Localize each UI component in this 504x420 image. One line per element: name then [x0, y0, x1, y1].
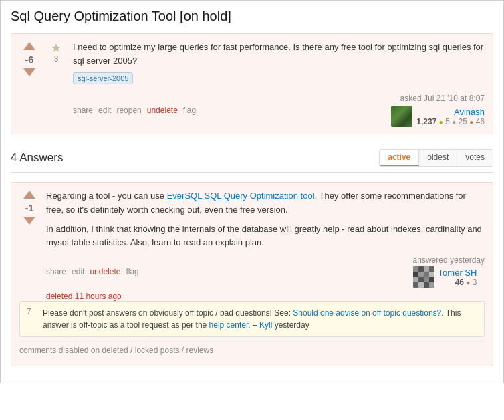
question-user-details: Avinash 1,237 ● 5 ● 25 ● 46 — [416, 107, 485, 126]
answer-upvote-button-0[interactable] — [23, 191, 35, 199]
question-upvote-button[interactable] — [23, 42, 35, 50]
answer-inner-0: -1 Regarding a tool - you can use EverSQ… — [19, 189, 485, 301]
answers-count-label: 4 Answers — [11, 151, 63, 165]
note-link1-0[interactable]: Should one advise on off topic questions… — [293, 308, 441, 318]
question-star-col: ★ 3 — [46, 41, 66, 127]
question-silver-count: 25 — [459, 117, 467, 126]
answer-flag-link-0[interactable]: flag — [126, 267, 138, 276]
question-silver-dot: ● — [452, 118, 456, 126]
question-share-link[interactable]: share — [73, 106, 93, 115]
note-text-after-0: . – — [248, 320, 259, 330]
question-user-rep: 1,237 — [416, 117, 436, 126]
page-title: Sql Query Optimization Tool [on hold] — [11, 9, 493, 24]
question-tag[interactable]: sql-server-2005 — [73, 72, 133, 84]
answer-user-avatar-0 — [413, 266, 434, 288]
answer-avatar-image-0 — [413, 266, 434, 288]
note-number-0: 7 — [27, 307, 36, 331]
question-bronze-dot: ● — [469, 118, 473, 126]
answer-para-2: In addition, I think that knowing the in… — [46, 223, 485, 251]
note-text-0: Please don't post answers on obviously o… — [43, 307, 477, 331]
question-block: -6 ★ 3 I need to optimize my large queri… — [11, 33, 493, 134]
answer-actions-0: share edit undelete flag answered yester… — [46, 255, 485, 288]
answers-header: 4 Answers active oldest votes — [11, 144, 493, 173]
question-user-badges: 1,237 ● 5 ● 25 ● 46 — [416, 117, 485, 126]
question-username[interactable]: Avinash — [416, 107, 485, 117]
answer-user-card-0: Tomer SH 46 ● 3 — [413, 266, 485, 288]
answer-user-details-0: Tomer SH 46 ● 3 — [438, 268, 477, 287]
answer-edit-link-0[interactable]: edit — [72, 267, 84, 276]
answer-undelete-link-0[interactable]: undelete — [90, 267, 120, 276]
question-content: I need to optimize my large queries for … — [73, 41, 485, 127]
answer-note-block-0: 7 Please don't post answers on obviously… — [19, 301, 485, 337]
question-text: I need to optimize my large queries for … — [73, 41, 485, 67]
question-gold-dot: ● — [439, 118, 443, 126]
question-user-card: Avinash 1,237 ● 5 ● 25 ● 46 — [391, 106, 485, 127]
answer-vote-col-0: -1 — [19, 189, 39, 301]
question-edit-link[interactable]: edit — [98, 106, 111, 115]
question-avatar-image — [391, 106, 412, 127]
question-bronze-count: 46 — [476, 117, 485, 126]
question-favorite-icon[interactable]: ★ — [51, 42, 61, 54]
answer-text-0: Regarding a tool - you can use EverSQL S… — [46, 189, 485, 250]
question-favorite-count: 3 — [54, 54, 59, 64]
answer-username-0[interactable]: Tomer SH — [438, 268, 477, 278]
answer-vote-count-0: -1 — [25, 201, 33, 215]
comments-disabled: comments disabled on deleted / locked po… — [19, 341, 485, 359]
question-vote-count: -6 — [25, 52, 33, 66]
page-wrapper: Sql Query Optimization Tool [on hold] -6… — [0, 0, 504, 383]
question-flag-link[interactable]: flag — [183, 106, 196, 115]
tab-oldest[interactable]: oldest — [419, 150, 457, 166]
note-link2-0[interactable]: help center — [209, 320, 249, 330]
question-vote-col: -6 — [19, 41, 39, 127]
answer-block-0: -1 Regarding a tool - you can use EverSQ… — [11, 182, 493, 366]
answer-user-info-0: answered yesterday — [413, 255, 485, 288]
answer-deleted-notice-0: deleted 11 hours ago — [46, 292, 485, 301]
answer-downvote-button-0[interactable] — [23, 217, 35, 225]
question-gold-count: 5 — [445, 117, 450, 126]
sort-tabs: active oldest votes — [379, 149, 493, 167]
question-undelete-link[interactable]: undelete — [147, 106, 178, 115]
answer-answered-label-0: answered yesterday — [413, 255, 485, 265]
answer-para-1: Regarding a tool - you can use EverSQL S… — [46, 189, 485, 217]
answer-user-badges-0: 46 ● 3 — [438, 278, 477, 287]
tab-votes[interactable]: votes — [457, 150, 493, 166]
note-text-before-0: Please don't post answers on obviously o… — [43, 308, 293, 318]
question-user-info: asked Jul 21 '10 at 8:07 Avinash 1,237 ●… — [391, 94, 485, 127]
tab-active[interactable]: active — [380, 150, 419, 166]
answer-user-rep-0: 46 — [455, 278, 464, 287]
note-user-link-0[interactable]: Kyll — [259, 320, 272, 330]
question-user-avatar — [391, 106, 412, 127]
note-time-0: yesterday — [275, 320, 309, 330]
question-reopen-link[interactable]: reopen — [116, 106, 141, 115]
question-actions: share edit reopen undelete flag asked Ju… — [73, 94, 485, 127]
answer-content-0: Regarding a tool - you can use EverSQL S… — [46, 189, 485, 301]
answer-share-link-0[interactable]: share — [46, 267, 66, 276]
question-downvote-button[interactable] — [23, 68, 35, 76]
answer-bronze-count-0: 3 — [473, 278, 477, 287]
eversql-link[interactable]: EverSQL SQL Query Optimization tool — [167, 191, 315, 201]
answer-bronze-dot-0: ● — [466, 279, 470, 286]
question-asked-label: asked Jul 21 '10 at 8:07 — [391, 94, 485, 103]
